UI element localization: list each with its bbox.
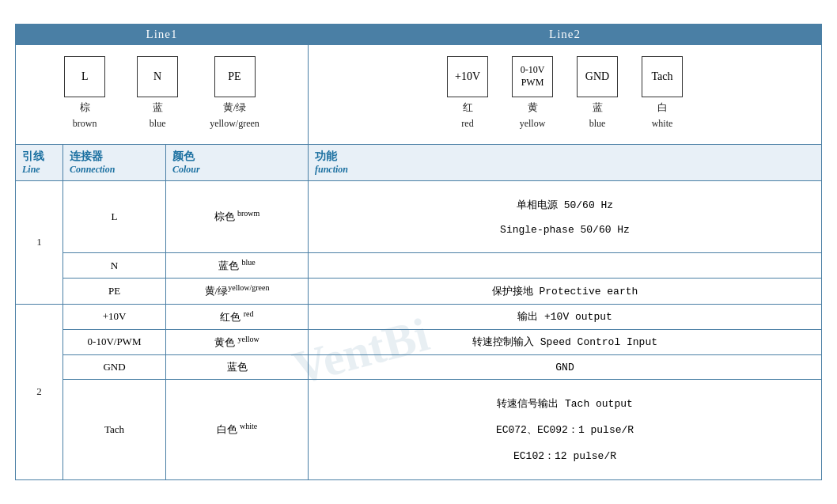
connector-cn-Tach: 白 <box>657 100 668 115</box>
connector-cn-PWM: 黄 <box>528 100 538 115</box>
connector-symbol-L: L <box>81 70 89 83</box>
function-L: 单相电源 50/60 Hz Single-phase 50/60 Hz <box>309 180 822 252</box>
connector-box-PE: PE <box>214 56 256 97</box>
colour-red: 红色 red <box>166 304 309 329</box>
connector-symbol-10V: +10V <box>455 70 480 83</box>
connector-N: N 蓝 blue <box>137 56 178 130</box>
connection-N: N <box>63 252 166 278</box>
diagram-row: L 棕 brown N 蓝 blue <box>16 44 822 144</box>
function-Tach: 转速信号输出 Tach output EC072、EC092：1 pulse/R… <box>309 380 822 480</box>
connector-cn-PE: 黄/绿 <box>223 100 247 115</box>
col-header-colour: 颜色 Colour <box>166 144 309 180</box>
col-header-function: 功能 function <box>309 144 822 180</box>
colour-yellow: 黄色 yellow <box>166 329 309 354</box>
colour-white: 白色 white <box>166 380 309 480</box>
function-GND: GND <box>309 355 822 380</box>
col-colour-cn: 颜色 <box>172 150 301 164</box>
function-N <box>309 252 822 278</box>
table-row: GND 蓝色 GND <box>16 355 822 380</box>
connector-box-L: L <box>64 56 105 97</box>
connector-en-GND: blue <box>589 118 606 130</box>
column-header-row: 引线 Line 连接器 Connection 颜色 Colour 功能 func… <box>16 144 822 180</box>
connection-GND: GND <box>63 355 166 380</box>
connector-en-PWM: yellow <box>520 118 546 130</box>
connection-PWM: 0-10V/PWM <box>63 329 166 354</box>
connector-L: L 棕 brown <box>64 56 105 130</box>
connector-symbol-GND: GND <box>585 70 609 83</box>
connector-en-10V: red <box>461 118 473 130</box>
connector-GND: GND 蓝 blue <box>577 56 618 130</box>
connector-symbol-PWM-1: 0-10V <box>521 64 545 77</box>
col-connection-cn: 连接器 <box>70 150 159 164</box>
function-PE: 保护接地 Protective earth <box>309 279 822 304</box>
connection-PE: PE <box>63 279 166 304</box>
connector-10V: +10V 红 red <box>447 56 488 130</box>
colour-blue-2: 蓝色 <box>166 355 309 380</box>
line2-header: Line2 <box>309 24 822 44</box>
connector-cn-10V: 红 <box>463 100 473 115</box>
col-function-cn: 功能 <box>315 150 815 164</box>
col-line-cn: 引线 <box>22 150 56 164</box>
table-row: 0-10V/PWM 黄色 yellow 转速控制输入 Speed Control… <box>16 329 822 354</box>
colour-blue: 蓝色 blue <box>166 252 309 278</box>
col-line-en: Line <box>22 164 56 176</box>
line2-diagram: +10V 红 red 0-10V PWM 黄 yellow <box>309 44 822 144</box>
connector-en-PE: yellow/green <box>210 118 259 130</box>
connector-en-N: blue <box>150 118 166 130</box>
function-PWM: 转速控制输入 Speed Control Input <box>309 329 822 354</box>
connector-symbol-N: N <box>153 70 161 83</box>
col-header-line: 引线 Line <box>16 144 63 180</box>
colour-en-pe: yellow/green <box>228 283 269 292</box>
connection-Tach: Tach <box>63 380 166 480</box>
col-colour-en: Colour <box>172 164 301 176</box>
line-number-1: 1 <box>16 180 63 304</box>
colour-brown: 棕色 browm <box>166 180 309 252</box>
connector-cn-L: 棕 <box>80 100 90 115</box>
connection-L: L <box>63 180 166 252</box>
col-connection-en: Connection <box>70 164 159 176</box>
connection-10V: +10V <box>63 304 166 329</box>
table-row: 1 L 棕色 browm 单相电源 50/60 Hz Single-phase … <box>16 180 822 252</box>
connector-symbol-Tach: Tach <box>651 70 672 83</box>
connector-box-PWM: 0-10V PWM <box>512 56 553 97</box>
connector-en-Tach: white <box>652 118 673 130</box>
function-10V: 输出 +10V output <box>309 304 822 329</box>
line1-header: Line1 <box>16 24 309 44</box>
table-row: 2 +10V 红色 red 输出 +10V output <box>16 304 822 329</box>
col-header-connection: 连接器 Connection <box>63 144 166 180</box>
colour-yellow-green: 黄/绿yellow/green <box>166 279 309 304</box>
connector-box-N: N <box>137 56 178 97</box>
connector-symbol-PE: PE <box>228 70 240 83</box>
connector-en-L: brown <box>73 118 97 130</box>
line1-diagram: L 棕 brown N 蓝 blue <box>16 44 309 144</box>
col-function-en: function <box>315 164 815 176</box>
connector-PE: PE 黄/绿 yellow/green <box>210 56 259 130</box>
connector-cn-N: 蓝 <box>153 100 163 115</box>
connector-box-Tach: Tach <box>642 56 683 97</box>
connector-cn-GND: 蓝 <box>593 100 603 115</box>
connector-box-10V: +10V <box>447 56 488 97</box>
main-table: Line1 Line2 L 棕 brown <box>15 24 822 480</box>
line-number-2: 2 <box>16 304 63 480</box>
connector-box-GND: GND <box>577 56 618 97</box>
table-row: Tach 白色 white 转速信号输出 Tach output EC072、E… <box>16 380 822 480</box>
table-row: N 蓝色 blue <box>16 252 822 278</box>
connector-PWM: 0-10V PWM 黄 yellow <box>512 56 553 130</box>
table-row: PE 黄/绿yellow/green 保护接地 Protective earth <box>16 279 822 304</box>
connector-symbol-PWM-2: PWM <box>521 77 544 89</box>
connector-Tach: Tach 白 white <box>642 56 683 130</box>
